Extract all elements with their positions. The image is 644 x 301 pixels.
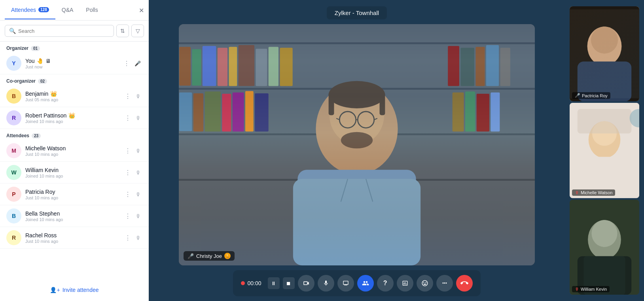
timer-section: 00:00 (241, 280, 261, 286)
more-options-button[interactable]: ⋮ (122, 58, 131, 69)
mic-icon: 🎤 (575, 93, 580, 98)
thumbnail-panel: 🎤 Pactricia Roy 🎙 Michelle Watson (565, 0, 644, 301)
attendee-name: Rachel Ross (25, 232, 119, 239)
mute-button[interactable]: 🎙 (134, 189, 142, 199)
co-organizer-crown-icon: 👑 (50, 91, 57, 97)
mute-button[interactable]: 🎤 (133, 58, 142, 68)
attendees-badge: 128 (38, 7, 49, 12)
more-options-button[interactable]: ⋮ (123, 91, 133, 102)
svg-rect-17 (486, 45, 499, 86)
avatar: M (6, 143, 21, 158)
attendee-actions: ⋮ 🎤 (122, 58, 142, 69)
microphone-button[interactable] (318, 275, 334, 292)
more-options-button[interactable]: ⋮ (123, 211, 133, 221)
camera-button[interactable] (298, 275, 314, 292)
mic-muted-icon: 🎙 (136, 191, 141, 197)
invite-attendee-button[interactable]: 👤+ Invite attendee (44, 284, 105, 296)
svg-rect-7 (203, 46, 216, 86)
tab-polls-label: Polls (86, 7, 98, 13)
svg-rect-12 (269, 47, 278, 86)
close-panel-button[interactable]: ✕ (139, 6, 144, 14)
thumbnail-william-kevin[interactable]: 🎙 William Kevin (570, 200, 639, 295)
more-options-button[interactable]: ⋮ (123, 146, 133, 156)
more-options-button[interactable]: ⋮ (123, 113, 133, 123)
raise-hand-icon: 🤚 (37, 58, 44, 64)
thumbnail-label: 🎙 Michelle Watson (572, 189, 615, 196)
screen-share-button[interactable] (337, 275, 354, 292)
invite-label: Invite attendee (63, 287, 99, 293)
search-bar: 🔍 ⇅ ▽ (0, 21, 149, 42)
qa-button[interactable]: ? (377, 275, 394, 292)
svg-rect-27 (465, 91, 475, 131)
avatar: R (6, 230, 21, 245)
filter-icon: ▽ (136, 28, 140, 34)
svg-rect-20 (193, 93, 203, 132)
svg-rect-25 (255, 93, 269, 132)
mute-button[interactable]: 🎙 (134, 91, 142, 101)
attendee-info: Bella Stephen Joined 10 mins ago (25, 210, 119, 222)
reactions-button[interactable] (417, 275, 433, 292)
poll-button[interactable] (397, 275, 413, 292)
mute-button[interactable]: 🎙 (134, 211, 142, 221)
thumbnail-patricia-roy[interactable]: 🎤 Pactricia Roy (570, 6, 639, 101)
co-organizer-section-header: Co-organizer 02 (0, 74, 149, 85)
pause-button[interactable]: ⏸ (268, 277, 280, 289)
mute-button[interactable]: 🎙 (134, 113, 142, 123)
mute-button[interactable]: 🎙 (134, 233, 142, 243)
thumbnail-michelle-watson[interactable]: 🎙 Michelle Watson (570, 103, 639, 198)
list-item: B Benjamin 👑 Just 05 mins ago ⋮ 🎙 (0, 85, 149, 107)
stop-button[interactable]: ⏹ (283, 277, 295, 289)
sort-button[interactable]: ⇅ (116, 25, 129, 37)
svg-rect-8 (218, 48, 227, 86)
attendee-info: Benjamin 👑 Just 05 mins ago (25, 91, 119, 102)
more-options-button[interactable]: ··· (436, 275, 453, 292)
more-options-button[interactable]: ⋮ (123, 189, 133, 200)
mic-muted-icon: 🎙 (136, 148, 141, 154)
more-options-button[interactable]: ⋮ (123, 167, 133, 178)
attendee-info: William Kevin Joined 10 mins ago (25, 167, 119, 178)
organizer-label: Organizer (6, 45, 28, 51)
mute-button[interactable]: 🎙 (134, 146, 142, 156)
attendees-count: 23 (32, 133, 41, 138)
mic-muted-icon: 🎙 (136, 170, 141, 176)
attendee-name: William Kevin (25, 167, 119, 173)
svg-rect-11 (256, 49, 267, 86)
thumbnail-video-bg (570, 200, 639, 295)
timer-display: 00:00 (247, 280, 261, 286)
speaker-name: Christy Joe (196, 253, 222, 259)
search-input[interactable] (18, 28, 110, 34)
svg-rect-6 (192, 49, 201, 85)
svg-rect-13 (280, 48, 292, 86)
speaker-label: 🎤 Christy Joe 🏆 (184, 251, 235, 261)
svg-rect-5 (179, 47, 191, 86)
main-content: Zylker - Townhall (149, 0, 565, 301)
tab-attendees[interactable]: Attendees 128 (5, 1, 55, 19)
mic-muted-icon: 🎙 (575, 190, 579, 195)
meeting-title: Zylker - Townhall (327, 6, 387, 19)
mic-muted-icon: 🎙 (136, 115, 141, 121)
list-item: R Rachel Ross Just 10 mins ago ⋮ 🎙 (0, 227, 149, 249)
attendee-info: Patricia Roy Just 10 mins ago (25, 189, 119, 200)
controls-bar: 00:00 ⏸ ⏹ ? ··· (233, 270, 480, 296)
tab-polls[interactable]: Polls (80, 1, 104, 19)
tab-qa[interactable]: Q&A (55, 1, 80, 19)
avatar: W (6, 165, 21, 180)
attendee-actions: ⋮ 🎙 (123, 91, 142, 102)
main-video-container: 🎤 Christy Joe 🏆 (179, 24, 535, 265)
attendee-info: Rachel Ross Just 10 mins ago (25, 232, 119, 244)
svg-point-59 (591, 220, 617, 247)
filter-button[interactable]: ▽ (131, 25, 144, 37)
svg-rect-10 (239, 45, 254, 86)
end-call-button[interactable] (456, 275, 473, 292)
attendee-name: You 🤚 🖥 (25, 58, 118, 64)
thumbnail-label: 🎤 Pactricia Roy (572, 92, 610, 99)
mute-button[interactable]: 🎙 (134, 167, 142, 178)
attendee-info: Michelle Watson Just 10 mins ago (25, 145, 119, 157)
bookshelf-bg (179, 24, 535, 265)
participants-button[interactable] (357, 275, 374, 292)
svg-rect-22 (222, 94, 231, 132)
svg-rect-28 (477, 94, 489, 132)
mic-muted-icon: 🎙 (575, 287, 579, 292)
more-options-button[interactable]: ⋮ (123, 233, 133, 243)
svg-rect-40 (380, 93, 385, 115)
